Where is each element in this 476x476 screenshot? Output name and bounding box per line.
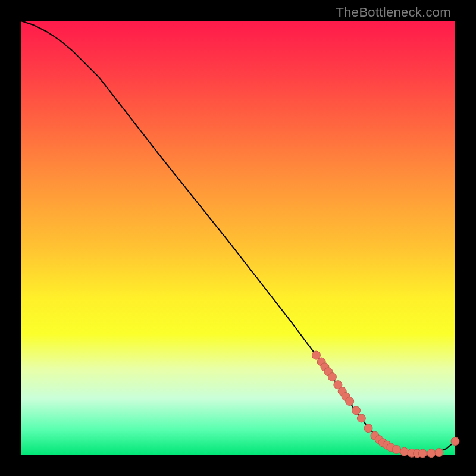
chart-frame: TheBottleneck.com bbox=[0, 0, 476, 476]
plot-area bbox=[21, 21, 455, 455]
data-dot bbox=[418, 449, 427, 458]
data-dot bbox=[435, 449, 443, 457]
data-dot bbox=[400, 447, 409, 456]
data-dot bbox=[352, 406, 361, 415]
chart-svg bbox=[21, 21, 455, 455]
data-dot bbox=[451, 437, 459, 446]
data-dot bbox=[328, 373, 336, 381]
data-dot bbox=[392, 446, 400, 454]
watermark-text: TheBottleneck.com bbox=[336, 5, 451, 20]
data-dots bbox=[312, 351, 459, 458]
data-dot bbox=[357, 414, 365, 422]
data-dot bbox=[346, 397, 354, 405]
curve-line bbox=[21, 21, 455, 453]
data-dot bbox=[364, 424, 372, 433]
data-dot bbox=[427, 449, 436, 458]
